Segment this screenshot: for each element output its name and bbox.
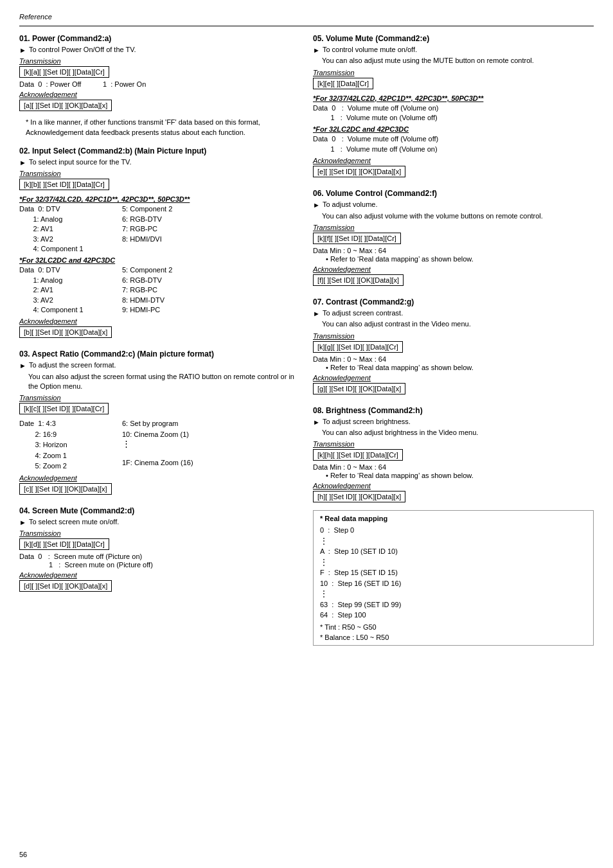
s05-arrow-text1: To control volume mute on/off.: [323, 46, 417, 53]
s02-arrow-text: To select input source for the TV.: [29, 158, 132, 166]
s04-tx-label: Transmission: [19, 529, 300, 537]
section-01: 01. Power (Command2:a) ► To control Powe…: [19, 34, 300, 137]
page-header: Reference: [19, 13, 594, 21]
s08-title: 08. Brightness (Command2:h): [313, 406, 594, 415]
s01-arrow: ► To control Power On/Off of the TV.: [19, 46, 300, 55]
s04-arrow-text: To select screen mute on/off.: [29, 518, 119, 526]
s03-ack-code: [c][ ][Set ID][ ][OK][Data][x]: [19, 483, 112, 495]
s07-title: 07. Contrast (Command2:g): [313, 297, 594, 306]
s03-title: 03. Aspect Ratio (Command2:c) (Main pict…: [19, 350, 300, 359]
s05-sub1-title: *For 32/37/42LC2D, 42PC1D**, 42PC3D**, 5…: [313, 94, 594, 102]
s08-tx-code: [k][h][ ][Set ID][ ][Data][Cr]: [313, 449, 403, 461]
s07-bullet: • Refer to ‘Real data mapping’ as shown …: [326, 364, 594, 371]
s05-title: 05. Volume Mute (Command2:e): [313, 34, 594, 43]
s03-data-left: Date 1: 4:3 2: 16:9 3: Horizon 4: Zoom 1…: [19, 418, 122, 472]
s01-tx-label: Transmission: [19, 57, 300, 65]
arrow-icon-04: ►: [19, 518, 26, 527]
s01-note: * In a like manner, if other functions t…: [26, 118, 300, 137]
s02-ack-label: Acknowledgement: [19, 317, 300, 325]
s07-tx-label: Transmission: [313, 332, 594, 340]
main-content: 01. Power (Command2:a) ► To control Powe…: [19, 34, 594, 655]
s06-ack-label: Acknowledgement: [313, 265, 594, 273]
section-03: 03. Aspect Ratio (Command2:c) (Main pict…: [19, 350, 300, 497]
right-column: 05. Volume Mute (Command2:e) ► To contro…: [313, 34, 594, 655]
s06-tx-code: [k][f][ ][Set ID][ ][Data][Cr]: [313, 233, 401, 244]
s08-bullet: • Refer to ‘Real data mapping’ as shown …: [326, 472, 594, 479]
s05-arrow: ► To control volume mute on/off.: [313, 46, 594, 55]
s03-data: Date 1: 4:3 2: 16:9 3: Horizon 4: Zoom 1…: [19, 418, 300, 472]
s03-tx-label: Transmission: [19, 394, 300, 402]
s05-arrow-text2: You can also adjust mute using the MUTE …: [322, 56, 594, 66]
s08-ack-code: [h][ ][Set ID][ ][OK][Data][x]: [313, 491, 405, 502]
s05-sub1-data: Data 0 : Volume mute off (Volume on) 1 :…: [313, 103, 594, 123]
s08-arrow: ► To adjust screen brightness.: [313, 418, 594, 427]
s02-sub2-left: Data 0: DTV 1: Analog 2: AV1 3: AV2 4: C…: [19, 265, 122, 315]
s01-data: Data 0 : Power Off 1 : Power On: [19, 80, 300, 88]
s07-arrow: ► To adjust screen contrast.: [313, 309, 594, 318]
s04-ack-code: [d][ ][Set ID][ ][OK][Data][x]: [19, 580, 112, 592]
section-05: 05. Volume Mute (Command2:e) ► To contro…: [313, 34, 594, 180]
s07-ack-label: Acknowledgement: [313, 374, 594, 382]
s07-data: Data Min : 0 ~ Max : 64: [313, 355, 594, 363]
s06-title: 06. Volume Control (Command2:f): [313, 189, 594, 198]
s01-ack-label: Acknowledgement: [19, 91, 300, 98]
page-number: 56: [19, 851, 27, 858]
s05-ack-code: [e][ ][Set ID][ ][OK][Data][x]: [313, 166, 405, 177]
real-data-title: * Real data mapping: [320, 515, 587, 522]
s04-data-1: 1 : Screen mute on (Picture off): [49, 561, 300, 569]
s08-tx-label: Transmission: [313, 440, 594, 448]
s08-arrow-text2: You can also adjust brightness in the Vi…: [322, 428, 594, 438]
s05-tx-code: [k][e][ ][Data][Cr]: [313, 78, 373, 89]
left-column: 01. Power (Command2:a) ► To control Powe…: [19, 34, 300, 655]
s05-sub2-data: Data 0 : Volume mute off (Volume off) 1 …: [313, 134, 594, 154]
real-data-box: * Real data mapping 0 : Step 0 ⋮ A : Ste…: [313, 510, 594, 646]
real-data-items: 0 : Step 0 ⋮ A : Step 10 (SET ID 10) ⋮ F…: [320, 525, 587, 621]
s06-ack-code: [f][ ][Set ID][ ][OK][Data][x]: [313, 274, 404, 286]
page: Reference 01. Power (Command2:a) ► To co…: [0, 0, 613, 868]
s07-arrow-text2: You can also adjust contrast in the Vide…: [322, 319, 594, 329]
section-07: 07. Contrast (Command2:g) ► To adjust sc…: [313, 297, 594, 397]
s02-tx-code: [k][b][ ][Set ID][ ][Data][Cr]: [19, 179, 109, 190]
s05-tx-label: Transmission: [313, 69, 594, 76]
s01-title: 01. Power (Command2:a): [19, 34, 300, 43]
arrow-icon-07: ►: [313, 309, 320, 318]
s08-data: Data Min : 0 ~ Max : 64: [313, 463, 594, 471]
section-04: 04. Screen Mute (Command2:d) ► To select…: [19, 506, 300, 594]
s05-sub2-title: *For 32LC2DC and 42PC3DC: [313, 125, 594, 133]
s04-title: 04. Screen Mute (Command2:d): [19, 506, 300, 515]
s03-arrow-text1: To adjust the screen format.: [29, 361, 116, 369]
top-divider: [19, 26, 594, 26]
s03-ack-label: Acknowledgement: [19, 474, 300, 482]
arrow-icon: ►: [19, 46, 26, 55]
s04-arrow: ► To select screen mute on/off.: [19, 518, 300, 527]
s08-arrow-text1: To adjust screen brightness.: [323, 418, 411, 425]
s06-bullet: • Refer to ‘Real data mapping’ as shown …: [326, 255, 594, 263]
s04-ack-label: Acknowledgement: [19, 571, 300, 579]
s06-data: Data Min : 0 ~ Max : 64: [313, 247, 594, 254]
s07-tx-code: [k][g][ ][Set ID][ ][Data][Cr]: [313, 341, 403, 353]
arrow-icon-08: ►: [313, 418, 320, 427]
real-data-star1: * Tint : R50 ~ G50: [320, 623, 587, 631]
s06-arrow-text2: You can also adjust volume with the volu…: [322, 211, 594, 221]
s07-arrow-text1: To adjust screen contrast.: [323, 309, 403, 317]
s02-sub2-right: 5: Component 2 6: RGB-DTV 7: RGB-PC 8: H…: [122, 265, 172, 315]
s01-tx-code: [k][a][ ][Set ID][ ][Data][Cr]: [19, 66, 109, 78]
section-06: 06. Volume Control (Command2:f) ► To adj…: [313, 189, 594, 288]
s03-data-right: 6: Set by program 10: Cinema Zoom (1) ⋮ …: [122, 418, 193, 472]
s02-tx-label: Transmission: [19, 170, 300, 177]
real-data-star2: * Balance : L50 ~ R50: [320, 633, 587, 641]
arrow-icon-06: ►: [313, 200, 320, 209]
s06-tx-label: Transmission: [313, 224, 594, 231]
s04-data-0: Data 0 : Screen mute off (Picture on): [19, 553, 300, 560]
section-08: 08. Brightness (Command2:h) ► To adjust …: [313, 406, 594, 646]
s08-ack-label: Acknowledgement: [313, 482, 594, 490]
s01-arrow-text: To control Power On/Off of the TV.: [29, 46, 136, 53]
s06-arrow-text1: To adjust volume.: [323, 200, 378, 208]
s02-sub2-data: Data 0: DTV 1: Analog 2: AV1 3: AV2 4: C…: [19, 265, 300, 315]
arrow-icon-05: ►: [313, 46, 320, 55]
s02-arrow: ► To select input source for the TV.: [19, 158, 300, 167]
s02-sub1-title: *For 32/37/42LC2D, 42PC1D**, 42PC3D**, 5…: [19, 195, 300, 203]
arrow-icon-03: ►: [19, 361, 26, 370]
s06-arrow: ► To adjust volume.: [313, 200, 594, 209]
s04-tx-code: [k][d][ ][Set ID][ ][Data][Cr]: [19, 538, 109, 550]
